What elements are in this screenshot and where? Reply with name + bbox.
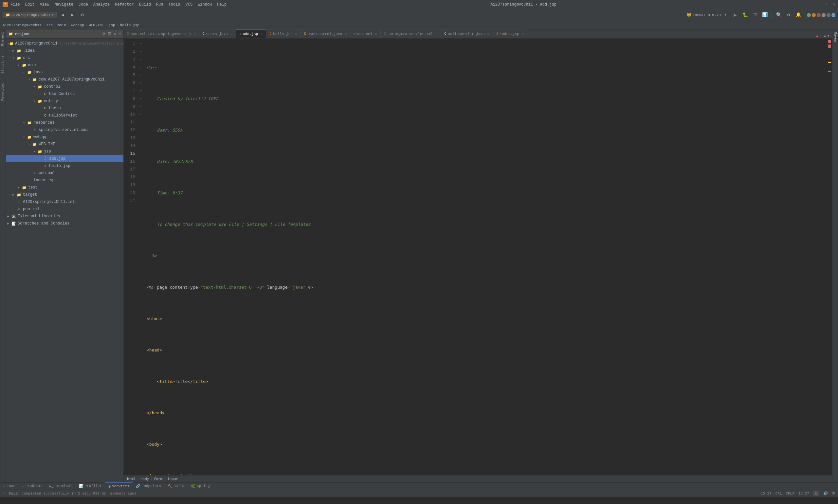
bc-main[interactable]: main [58,23,66,27]
debug-button[interactable]: 🐛 [741,11,749,19]
tab-addjsp[interactable]: J add.jsp ✕ [236,30,266,38]
code-container[interactable]: 1 2 3 4 5 6 7 8 9 10 11 12 13 14 15 16 1… [124,39,832,475]
tomcat-selector[interactable]: 🐱 Tomcat 8.5.781 ▾ [684,12,729,18]
project-selector[interactable]: 📁 A1207springmvcCh11 ▾ [3,12,57,18]
tree-item-src[interactable]: ▾ 📁 src [6,54,123,61]
tab-problems[interactable]: ⚠ Problems [19,482,46,490]
minimize-button[interactable]: ─ [820,2,823,7]
tab-close-helloservlet[interactable]: ✕ [487,32,489,36]
tab-helloservlet[interactable]: C HelloServlet.java ✕ [441,30,493,38]
bc-webinf[interactable]: WEB-INF [89,23,104,27]
close-button[interactable]: ✕ [833,2,835,7]
settings-main-button[interactable]: ⚙ [785,11,792,19]
navigate-back-button[interactable]: ◀ [58,11,67,19]
tree-item-addjsp[interactable]: J add.jsp [6,155,123,162]
tree-item-hellojsp[interactable]: J hello.jsp [6,162,123,169]
menu-window[interactable]: Window [198,2,212,7]
tree-item-entity[interactable]: ▾ 📁 entity [6,97,123,105]
structure-sidebar-icon[interactable]: Structure [1,56,4,73]
fold-10[interactable]: ▾ [138,64,143,71]
tab-terminal[interactable]: ▶_ Terminal [46,482,75,490]
menu-file[interactable]: File [11,2,20,7]
menu-edit[interactable]: Edit [25,2,35,7]
menu-bar[interactable]: File Edit View Navigate Code Analyze Ref… [11,2,227,7]
menu-view[interactable]: View [40,2,50,7]
nav-down[interactable]: ▼ [827,34,830,38]
menu-run[interactable]: Run [156,2,163,7]
fold-13[interactable]: ▾ [138,79,143,87]
fold-1[interactable]: ▾ [138,40,143,48]
minimize-panel-icon[interactable]: ─ [119,32,121,36]
bc-hellojsp[interactable]: hello.jsp [120,23,139,27]
tree-item-jsp-folder[interactable]: ▾ 📁 jsp [6,148,123,155]
tree-item-com[interactable]: ▾ 📁 com.A1207.A1207springmvcCh11 [6,76,123,83]
coverage-button[interactable]: 🛡 [751,11,759,19]
tab-pom[interactable]: X pom.xml (A1207springmvcCh11) ✕ [124,30,199,38]
tree-item-test[interactable]: ▶ 📁 test [6,184,123,191]
fold-20[interactable]: ▾ [138,111,143,119]
menu-navigate[interactable]: Navigate [54,2,73,7]
notifications-button[interactable]: 🔔 [795,11,802,19]
tree-item-scratches[interactable]: ▶ 📝 Scratches and Consoles [6,220,123,227]
bc-form[interactable]: form [154,477,162,481]
tree-item-idea[interactable]: ▶ 📁 .idea [6,47,123,54]
project-sidebar-icon[interactable]: Project [1,32,4,46]
menu-tools[interactable]: Tools [168,2,180,7]
tree-item-webapp[interactable]: ▾ 📁 webapp [6,133,123,141]
tab-webxml[interactable]: X web.xml ✕ [350,30,380,38]
filter-icon[interactable]: ☰ [108,32,111,36]
tab-close-users[interactable]: ✕ [230,32,232,36]
favorites-sidebar-icon[interactable]: Favorites [1,83,4,101]
menu-analyze[interactable]: Analyze [93,2,110,7]
settings-button[interactable]: ⚙ [78,11,86,19]
search-everywhere-button[interactable]: 🔍 [775,11,783,19]
fold-18[interactable]: ▾ [138,95,143,103]
tab-springmvc[interactable]: X springmvc-servlet.xml ✕ [381,30,441,38]
bc-body[interactable]: body [140,477,149,481]
nav-up[interactable]: ▲ [824,34,826,38]
tree-item-pom[interactable]: X pom.xml [6,205,123,213]
tab-close-indexjsp[interactable]: ✕ [522,32,524,36]
bc-input[interactable]: input [167,477,178,481]
fold-19[interactable]: ▾ [138,103,143,111]
menu-build[interactable]: Build [139,2,151,7]
settings-icon[interactable]: ⚙ [114,32,116,36]
tab-hellojsp[interactable]: J hello.jsp ✕ [266,30,301,38]
tab-spring[interactable]: 🌿 Spring [188,482,213,490]
tab-profiler[interactable]: 📊 Profiler [76,482,105,490]
bc-src[interactable]: src [46,23,53,27]
bc-webapp[interactable]: webapp [71,23,84,27]
tree-item-target[interactable]: ▶ 📁 target [6,191,123,198]
tab-indexjsp[interactable]: J index.jsp ✕ [493,30,527,38]
tree-item-webxml[interactable]: X web.xml [6,169,123,177]
maximize-button[interactable]: □ [827,2,829,7]
tab-todo[interactable]: ✓ TODO [0,482,19,490]
menu-vcs[interactable]: VCS [185,2,193,7]
profile-button[interactable]: 📊 [761,11,769,19]
tree-item-control[interactable]: ▾ 📁 control [6,83,123,90]
fold-9[interactable]: ▾ [138,56,143,64]
tab-usercontrol[interactable]: C UserControl.java ✕ [301,30,351,38]
tree-item-a1207[interactable]: ▾ 📁 A1207springmvcCh11 D:\JavaEnterprise… [6,40,123,47]
menu-refactor[interactable]: Refactor [115,2,134,7]
tree-item-resources[interactable]: ▾ 📁 resources [6,119,123,126]
tree-item-usercontrol[interactable]: C UserControl [6,90,123,97]
maven-sidebar-icon[interactable]: Maven [834,32,837,42]
tree-item-main[interactable]: ▾ 📁 main [6,61,123,69]
tab-close-usercontrol[interactable]: ✕ [345,32,347,36]
fold-12[interactable]: ▾ [138,71,143,79]
menu-help[interactable]: Help [217,2,227,7]
bc-jsp[interactable]: jsp [109,23,115,27]
code-editor[interactable]: <%-- Created by IntelliJ IDEA. User: SSO… [143,39,827,475]
navigate-fwd-button[interactable]: ▶ [68,11,76,19]
tab-users[interactable]: C Users.java ✕ [199,30,236,38]
tab-endpoints[interactable]: 🔗 Endpoints [132,482,164,490]
tab-close-hellojsp[interactable]: ✕ [295,32,297,36]
tab-close-addjsp[interactable]: ✕ [261,32,263,36]
tree-item-indexjsp[interactable]: J index.jsp [6,177,123,184]
tree-item-extlibs[interactable]: ▶ 📚 External Libraries [6,213,123,220]
tab-close-springmvc[interactable]: ✕ [435,32,437,36]
tree-item-helloservlet[interactable]: C HelloServlet [6,112,123,119]
tab-close-pom[interactable]: ✕ [194,32,196,36]
bc-html[interactable]: html [127,477,136,481]
